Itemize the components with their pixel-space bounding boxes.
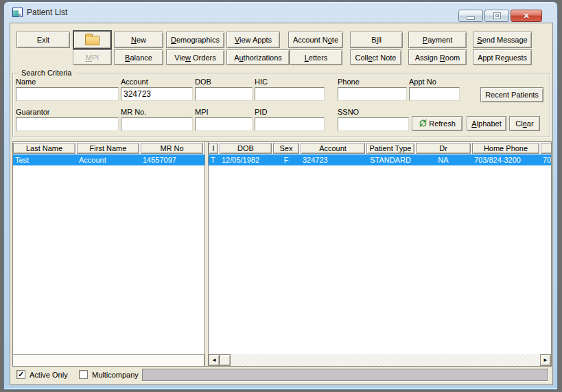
appt-no-label: Appt No bbox=[409, 78, 460, 87]
column-header-blank[interactable] bbox=[541, 143, 551, 154]
cell: 12/05/1982 bbox=[220, 156, 272, 164]
minimize-icon bbox=[467, 17, 474, 19]
open-patient-button[interactable] bbox=[73, 30, 112, 49]
grid-right-pane: IDOBSexAccountPatient TypeDrHome PhoneT1… bbox=[209, 142, 551, 354]
balance-button[interactable]: Balance bbox=[114, 49, 163, 65]
folder-icon bbox=[85, 36, 99, 45]
close-icon: ✕ bbox=[523, 12, 529, 21]
multicompany-label: Multicompany bbox=[92, 371, 139, 379]
phone-label: Phone bbox=[338, 78, 407, 87]
active-only-label: Active Only bbox=[30, 371, 68, 379]
recent-button[interactable]: Recent Patients bbox=[480, 87, 543, 102]
scroll-right-arrow[interactable]: ► bbox=[540, 354, 551, 366]
cell: Account bbox=[77, 156, 139, 164]
pid-label: PID bbox=[255, 108, 325, 117]
scroll-thumb[interactable] bbox=[220, 354, 231, 366]
table-row[interactable]: T12/05/1982F324723STANDARDNA703/824-3200… bbox=[209, 154, 551, 165]
scroll-left-arrow[interactable]: ◄ bbox=[209, 354, 220, 366]
view-appts-button[interactable]: View Appts bbox=[226, 32, 280, 48]
demographics-button[interactable]: Demographics bbox=[166, 32, 224, 48]
send-message-button[interactable]: Send Message bbox=[473, 32, 532, 48]
refresh-icon bbox=[419, 119, 428, 129]
letters-button[interactable]: Letters bbox=[290, 49, 342, 65]
name-input[interactable] bbox=[16, 87, 119, 101]
title-bar: Patient List ✕ bbox=[4, 2, 557, 23]
collect-note-button[interactable]: Collect Note bbox=[350, 49, 401, 65]
table-row[interactable]: TestAccount14557097 bbox=[13, 154, 204, 165]
cell: F bbox=[273, 156, 299, 164]
column-header-dob[interactable]: DOB bbox=[220, 143, 272, 154]
window-form-icon bbox=[12, 8, 23, 17]
ssno-label: SSNO bbox=[338, 108, 409, 117]
account-input[interactable] bbox=[121, 87, 193, 101]
column-header-account[interactable]: Account bbox=[301, 143, 365, 154]
view-orders-button[interactable]: View Orders bbox=[166, 49, 224, 65]
patient-list-window: Patient List ✕ ExitNewDemographicsView A… bbox=[3, 1, 558, 390]
mpi-field-label: MPI bbox=[195, 108, 253, 117]
account-label: Account bbox=[121, 78, 193, 87]
active-only-checkbox[interactable] bbox=[16, 370, 25, 379]
mr-no-input[interactable] bbox=[121, 117, 193, 131]
clear-button[interactable]: Clear bbox=[509, 116, 540, 131]
grid-left-bottom-strip bbox=[13, 354, 204, 366]
payment-button[interactable]: Payment bbox=[408, 32, 467, 48]
scroll-track[interactable] bbox=[231, 354, 540, 366]
bill-button[interactable]: Bill bbox=[350, 32, 403, 48]
mpi-field-input[interactable] bbox=[195, 117, 253, 131]
column-header-mr-no[interactable]: MR No bbox=[141, 143, 203, 154]
cell: 324723 bbox=[301, 156, 365, 164]
column-header-first-name[interactable]: First Name bbox=[77, 143, 139, 154]
grid-left-pane: Last NameFirst NameMR NoTestAccount14557… bbox=[13, 142, 204, 354]
pid-input[interactable] bbox=[255, 117, 325, 131]
cell: T bbox=[209, 156, 218, 164]
column-header-sex[interactable]: Sex bbox=[273, 143, 299, 154]
cell: STANDARD bbox=[366, 156, 414, 164]
mr-no-label: MR No. bbox=[121, 108, 193, 117]
mpi-button[interactable]: MPI bbox=[73, 49, 112, 65]
column-header-home-phone[interactable]: Home Phone bbox=[472, 143, 539, 154]
name-label: Name bbox=[16, 78, 119, 87]
assign-room-button[interactable]: Assign Room bbox=[408, 49, 467, 65]
ssno-input[interactable] bbox=[338, 117, 409, 131]
authorizations-button[interactable]: Authorizations bbox=[226, 49, 290, 65]
appt-no-input[interactable] bbox=[409, 87, 460, 101]
cell: Test bbox=[13, 156, 75, 164]
alphabet-button[interactable]: Alphabet bbox=[467, 116, 506, 131]
hic-label: HIC bbox=[255, 78, 325, 87]
column-header-last-name[interactable]: Last Name bbox=[13, 143, 75, 154]
column-header-patient-type[interactable]: Patient Type bbox=[366, 143, 414, 154]
guarantor-input[interactable] bbox=[16, 117, 119, 131]
status-bar bbox=[142, 369, 548, 381]
appt-requests-button[interactable]: Appt Requests bbox=[473, 49, 532, 65]
multicompany-checkbox[interactable] bbox=[79, 370, 88, 379]
new-button[interactable]: New bbox=[114, 32, 163, 48]
phone-input[interactable] bbox=[338, 87, 407, 101]
maximize-icon bbox=[494, 13, 500, 19]
cell: 70 bbox=[541, 156, 551, 164]
minimize-button[interactable] bbox=[458, 10, 483, 22]
cell: NA bbox=[416, 156, 471, 164]
account-note-button[interactable]: Account Note bbox=[288, 32, 343, 48]
column-header-dr[interactable]: Dr bbox=[416, 143, 471, 154]
exit-button[interactable]: Exit bbox=[16, 32, 70, 48]
window-title: Patient List bbox=[27, 8, 67, 17]
refresh-button[interactable]: Refresh bbox=[412, 116, 463, 131]
column-header-i[interactable]: I bbox=[209, 143, 218, 154]
client-area: ExitNewDemographicsView ApptsAccount Not… bbox=[10, 23, 553, 385]
patient-grid: Last NameFirst NameMR NoTestAccount14557… bbox=[12, 141, 552, 367]
guarantor-label: Guarantor bbox=[16, 108, 119, 117]
search-criteria-group: Search Criteria NameAccountDOBHICPhoneAp… bbox=[12, 73, 550, 137]
dob-label: DOB bbox=[195, 78, 253, 87]
maximize-button[interactable] bbox=[484, 10, 509, 22]
search-criteria-label: Search Criteria bbox=[19, 69, 74, 77]
cell: 703/824-3200 bbox=[472, 156, 539, 164]
close-button[interactable]: ✕ bbox=[511, 10, 542, 22]
horizontal-scrollbar[interactable]: ◄ ► bbox=[209, 354, 551, 366]
hic-input[interactable] bbox=[255, 87, 325, 101]
dob-input[interactable] bbox=[195, 87, 253, 101]
cell: 14557097 bbox=[141, 156, 203, 164]
